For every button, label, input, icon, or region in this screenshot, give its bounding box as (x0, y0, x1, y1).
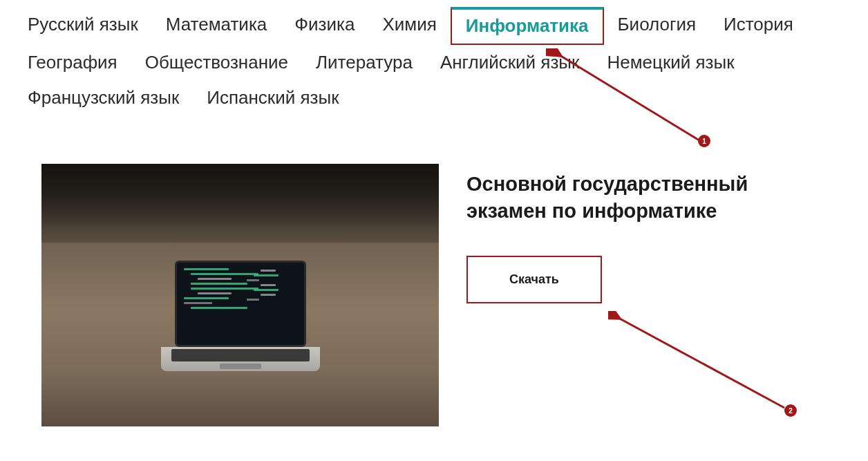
nav-chemistry[interactable]: Химия (368, 7, 450, 45)
nav-history[interactable]: История (710, 7, 807, 45)
download-button[interactable]: Скачать (466, 256, 602, 303)
laptop-icon (161, 261, 320, 371)
page-heading: Основной государственный экзамен по инфо… (466, 171, 827, 225)
nav-spanish[interactable]: Испанский язык (193, 80, 352, 115)
nav-physics[interactable]: Физика (281, 7, 368, 45)
subject-nav: Русский язык Математика Физика Химия Инф… (0, 0, 868, 129)
nav-math[interactable]: Математика (152, 7, 281, 45)
nav-english[interactable]: Английский язык (426, 45, 594, 80)
nav-geography[interactable]: География (14, 45, 131, 80)
nav-german[interactable]: Немецкий язык (593, 45, 748, 80)
annotation-marker-2: 2 (784, 404, 797, 417)
annotation-marker-1: 1 (698, 135, 710, 147)
nav-russian[interactable]: Русский язык (14, 7, 152, 45)
nav-french[interactable]: Французский язык (14, 80, 193, 115)
nav-social-studies[interactable]: Обществознание (131, 45, 302, 80)
hero-image (41, 164, 439, 426)
text-column: Основной государственный экзамен по инфо… (466, 164, 827, 426)
content-area: Основной государственный экзамен по инфо… (0, 129, 868, 454)
nav-literature[interactable]: Литература (302, 45, 426, 80)
nav-biology[interactable]: Биология (604, 7, 710, 45)
nav-informatics[interactable]: Информатика (451, 7, 604, 45)
